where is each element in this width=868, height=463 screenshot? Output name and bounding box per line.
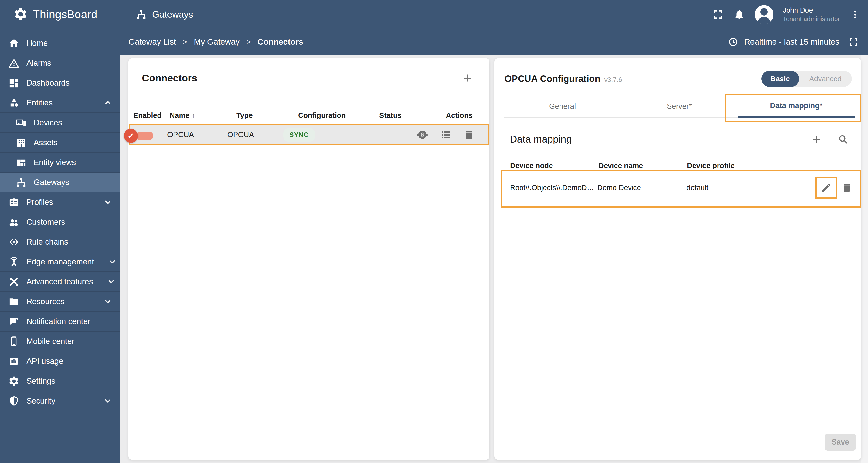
sidebar-item-settings[interactable]: Settings (0, 371, 120, 391)
breadcrumb-connectors: Connectors (257, 37, 303, 47)
data-mapping-title: Data mapping (510, 133, 571, 145)
advanced-features-icon (8, 276, 20, 287)
breadcrumb-separator: > (246, 38, 251, 46)
column-enabled[interactable]: Enabled (133, 111, 169, 120)
fullscreen-button[interactable] (712, 8, 724, 21)
topbar: Gateways John Doe Tenant administrator (120, 0, 868, 29)
sidebar-item-resources[interactable]: Resources (0, 292, 120, 312)
gateways-icon (136, 9, 147, 20)
chevron-down-icon (103, 297, 113, 306)
api-usage-icon (8, 356, 20, 367)
column-configuration[interactable]: Configuration (298, 111, 379, 120)
sidebar-item-devices[interactable]: Devices (0, 113, 120, 133)
save-button[interactable]: Save (825, 434, 856, 451)
sidebar-item-mobile-center[interactable]: Mobile center (0, 332, 120, 351)
gateways-icon (16, 177, 27, 188)
more-vert-icon (850, 9, 860, 20)
config-tabs: General Server* Data mapping* (504, 95, 855, 118)
config-title: OPCUA Configuration (504, 74, 600, 84)
alarms-icon (8, 57, 20, 69)
more-menu-button[interactable] (849, 8, 861, 21)
breadcrumb-separator: > (183, 38, 187, 46)
search-icon (837, 133, 848, 145)
sidebar-item-rule-chains[interactable]: Rule chains (0, 232, 120, 252)
user-role: Tenant administrator (783, 15, 840, 23)
notifications-button[interactable] (733, 8, 745, 21)
connector-actions (416, 128, 484, 141)
sidebar-item-advanced-features[interactable]: Advanced features (0, 272, 120, 292)
tab-general[interactable]: General (504, 95, 621, 117)
dashboards-icon (8, 77, 20, 89)
page-title-group: Gateways (136, 9, 193, 20)
sidebar-item-gateways[interactable]: Gateways (0, 173, 120, 192)
delete-connector-button[interactable] (463, 128, 475, 141)
sync-chip: SYNC (283, 128, 315, 142)
column-device-profile: Device profile (687, 161, 862, 170)
sidebar-item-profiles[interactable]: Profiles (0, 192, 120, 212)
mode-advanced[interactable]: Advanced (799, 75, 852, 83)
sidebar-item-notification-center[interactable]: Notification center (0, 312, 120, 332)
breadcrumb-gateway-list[interactable]: Gateway List (128, 37, 176, 47)
connectors-title: Connectors (142, 72, 197, 84)
sidebar-item-dashboards[interactable]: Dashboards (0, 73, 120, 93)
edit-mapping-button[interactable] (820, 181, 833, 194)
notification-center-icon (8, 316, 20, 327)
sidebar-item-assets[interactable]: Assets (0, 133, 120, 153)
breadcrumb-my-gateway[interactable]: My Gateway (194, 37, 240, 47)
home-icon (8, 38, 20, 49)
sidebar-item-security[interactable]: Security (0, 391, 120, 411)
plus-icon (462, 72, 474, 84)
column-type[interactable]: Type (236, 111, 298, 120)
mobile-center-icon (8, 336, 20, 347)
column-status[interactable]: Status (379, 111, 446, 120)
add-mapping-button[interactable] (811, 133, 823, 146)
add-connector-button[interactable] (461, 72, 474, 84)
user-info[interactable]: John Doe Tenant administrator (783, 6, 840, 23)
edit-button-highlight (815, 177, 837, 198)
enabled-cell (134, 130, 167, 139)
sidebar-item-edge-management[interactable]: Edge management (0, 252, 120, 272)
column-name[interactable]: Name↑ (169, 111, 236, 120)
mapping-table-highlight: Root\\.Objects\\.DemoD… Demo Device defa… (501, 170, 861, 208)
trash-icon (463, 129, 475, 141)
timewindow-button[interactable]: Realtime - last 15 minutes (728, 37, 858, 47)
chevron-down-icon (107, 257, 117, 267)
scrollbar-track[interactable] (862, 55, 868, 463)
delete-mapping-button[interactable] (841, 181, 853, 194)
status-cell (356, 130, 416, 139)
breadcrumb: Gateway List > My Gateway > Connectors (128, 37, 303, 47)
user-avatar[interactable] (754, 5, 774, 24)
bell-icon (734, 9, 745, 20)
sidebar-item-entities[interactable]: Entities (0, 93, 120, 113)
config-version: v3.7.6 (604, 76, 622, 84)
chevron-down-icon (103, 197, 113, 207)
fullscreen-icon (713, 9, 723, 20)
customers-icon (8, 216, 20, 228)
connectors-table-header: Enabled Name↑ Type Configuration Status … (128, 107, 490, 123)
edge-management-icon (8, 256, 20, 268)
tab-data-mapping[interactable]: Data mapping* (738, 95, 855, 118)
device-name-value: Demo Device (597, 184, 686, 192)
trash-icon (841, 182, 853, 193)
profiles-icon (8, 196, 20, 208)
sidebar-item-entity-views[interactable]: Entity views (0, 153, 120, 173)
tab-server[interactable]: Server* (621, 95, 738, 117)
sidebar-item-customers[interactable]: Customers (0, 212, 120, 232)
opcua-config-panel: OPCUA Configuration v3.7.6 Basic Advance… (494, 58, 862, 460)
topbar-actions: John Doe Tenant administrator (712, 5, 861, 24)
search-mapping-button[interactable] (837, 133, 849, 146)
sidebar-item-alarms[interactable]: Alarms (0, 53, 120, 73)
rpc-button[interactable] (416, 128, 429, 141)
sidebar-item-api-usage[interactable]: API usage (0, 351, 120, 371)
connector-row-opcua[interactable]: OPCUA OPCUA SYNC (129, 124, 489, 146)
settings-icon (8, 375, 20, 387)
expand-timewindow-icon (848, 37, 858, 47)
device-node-value: Root\\.Objects\\.DemoD… (510, 184, 597, 192)
sidebar-item-home[interactable]: Home (0, 33, 120, 53)
logs-button[interactable] (439, 128, 452, 141)
thingsboard-logo-icon (13, 7, 28, 22)
mode-basic[interactable]: Basic (762, 71, 799, 87)
configuration-cell: SYNC (283, 128, 356, 142)
mapping-row[interactable]: Root\\.Objects\\.DemoD… Demo Device defa… (502, 174, 860, 201)
app-logo[interactable]: ThingsBoard (0, 0, 120, 29)
